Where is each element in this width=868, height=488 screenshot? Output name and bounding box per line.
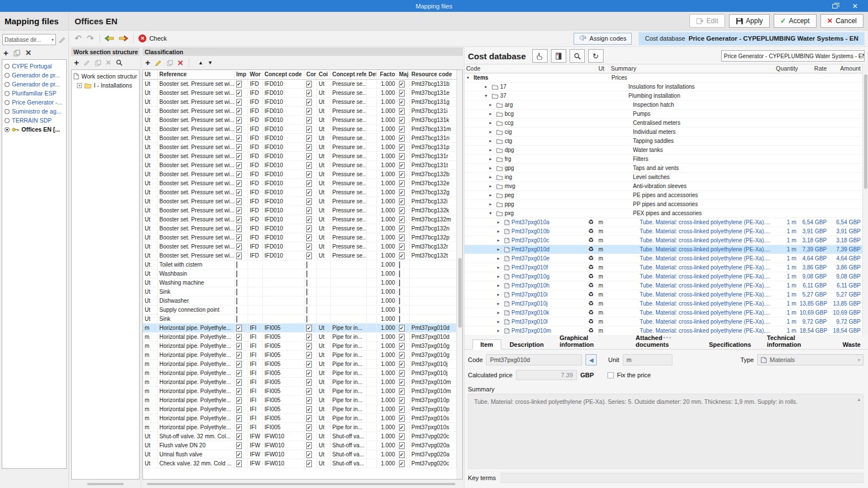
summary-text-area[interactable]: Tube. Material: cross-linked polyethylen… bbox=[468, 394, 863, 469]
checkbox[interactable]: ✓ bbox=[236, 234, 242, 241]
checkbox[interactable]: ✓ bbox=[236, 153, 242, 160]
tab-waste[interactable]: Waste bbox=[835, 340, 868, 349]
unit-field[interactable]: m bbox=[623, 354, 672, 365]
expand-icon[interactable]: ▸ bbox=[489, 164, 494, 172]
checkbox[interactable]: ✓ bbox=[306, 144, 312, 151]
checkbox[interactable]: ✓ bbox=[399, 388, 405, 395]
checkbox[interactable]: ✓ bbox=[236, 225, 242, 232]
expand-icon[interactable]: ▸ bbox=[489, 119, 494, 127]
checkbox[interactable]: ✓ bbox=[236, 180, 242, 187]
checkbox[interactable]: ✓ bbox=[236, 243, 242, 250]
classification-row[interactable]: UtBooster set. Pressure set wi...✓IFDIFD… bbox=[143, 170, 457, 179]
checkbox[interactable]: ✓ bbox=[399, 451, 405, 458]
classification-row[interactable]: UtBooster set. Pressure set wi...✓IFDIFD… bbox=[143, 251, 457, 260]
checkbox[interactable]: ✓ bbox=[306, 361, 312, 368]
expand-icon[interactable]: ▸ bbox=[497, 326, 502, 335]
checkbox[interactable]: ✓ bbox=[306, 108, 312, 115]
expand-icon[interactable]: ▸ bbox=[497, 218, 502, 226]
checkbox[interactable]: ✓ bbox=[399, 153, 405, 160]
cost-row[interactable]: ▾ItemsPrices bbox=[465, 73, 862, 82]
checkbox[interactable]: ✓ bbox=[236, 424, 242, 431]
cost-row[interactable]: ▸frgFilters bbox=[465, 155, 862, 164]
cost-row[interactable]: ▸Pmt37pxg010k♻mTube. Material: cross-lin… bbox=[465, 308, 862, 317]
mapping-file-item[interactable]: Plurifamiliar ESP bbox=[2, 89, 66, 98]
classification-row[interactable]: UtUrinal flush valve✓IFWIFW010✓UtShut-of… bbox=[143, 450, 457, 459]
classification-row[interactable]: mHorizontal pipe. Polyethyle...✓IFIIFI00… bbox=[143, 387, 457, 396]
checkbox[interactable]: ✓ bbox=[399, 370, 405, 377]
tab-description[interactable]: Description bbox=[502, 340, 552, 349]
checkbox[interactable]: ✓ bbox=[399, 108, 405, 115]
mapping-file-item[interactable]: Offices EN [... bbox=[2, 125, 66, 134]
checkbox[interactable] bbox=[399, 298, 400, 304]
cost-row[interactable]: ▸Pmt37pxg010g♻mTube. Material: cross-lin… bbox=[465, 272, 862, 281]
classification-vertical-scrollbar[interactable] bbox=[457, 70, 462, 479]
expand-icon[interactable]: ▸ bbox=[489, 137, 494, 145]
cost-row[interactable]: ▸dpgWater tanks bbox=[465, 146, 862, 155]
classification-row[interactable]: UtBooster set. Pressure set wi...✓IFDIFD… bbox=[143, 215, 457, 224]
cost-row[interactable]: ▸mvgAnti-vibration sleeves bbox=[465, 182, 862, 191]
expand-icon[interactable]: ▸ bbox=[489, 128, 494, 136]
classification-row[interactable]: UtBooster set. Pressure set wi...✓IFDIFD… bbox=[143, 179, 457, 188]
checkbox[interactable]: ✓ bbox=[236, 90, 242, 97]
checkbox[interactable]: ✓ bbox=[306, 126, 312, 133]
cost-row[interactable]: ▸Pmt37pxg010c♻mTube. Material: cross-lin… bbox=[465, 236, 862, 245]
expand-icon[interactable]: ▸ bbox=[497, 236, 502, 245]
edit-classification-button[interactable] bbox=[155, 59, 162, 67]
tree-item-installations[interactable]: + I - Installations bbox=[73, 81, 139, 90]
expand-icon[interactable]: ▸ bbox=[497, 263, 502, 272]
checkbox[interactable]: ✓ bbox=[236, 334, 242, 341]
checkbox[interactable]: ✓ bbox=[236, 460, 242, 467]
checkbox[interactable]: ✓ bbox=[399, 207, 405, 214]
checkbox[interactable]: ✓ bbox=[306, 189, 312, 196]
checkbox[interactable]: ✓ bbox=[306, 99, 312, 106]
classification-row[interactable]: UtBooster set. Pressure set wi...✓IFDIFD… bbox=[143, 161, 457, 170]
classification-row[interactable]: UtBooster set. Pressure set wi...✓IFDIFD… bbox=[143, 224, 457, 233]
apply-button[interactable]: Apply bbox=[729, 14, 770, 28]
cost-row[interactable]: ▸Pmt37pxg010a♻mTube. Material: cross-lin… bbox=[465, 218, 862, 227]
checkbox[interactable]: ✓ bbox=[306, 171, 312, 178]
cost-row[interactable]: ▸cigIndividual meters bbox=[465, 128, 862, 137]
expand-icon[interactable]: ▸ bbox=[497, 317, 502, 326]
checkbox[interactable]: ✓ bbox=[306, 252, 312, 259]
mapping-file-item[interactable]: TERRAIN SDP bbox=[2, 116, 66, 125]
checkbox[interactable]: ✓ bbox=[306, 117, 312, 124]
checkbox[interactable]: ✓ bbox=[236, 108, 242, 115]
accept-button[interactable]: ✓ Accept bbox=[774, 14, 817, 28]
checkbox[interactable]: ✓ bbox=[306, 460, 312, 467]
checkbox[interactable] bbox=[236, 262, 237, 268]
checkbox[interactable]: ✓ bbox=[399, 415, 405, 422]
checkbox[interactable]: ✓ bbox=[236, 126, 242, 133]
checkbox[interactable]: ✓ bbox=[236, 135, 242, 142]
classification-row[interactable]: UtToilet with cistern1.000 bbox=[143, 260, 457, 269]
expand-icon[interactable]: ▸ bbox=[489, 110, 494, 118]
move-down-icon[interactable]: ▼ bbox=[208, 60, 213, 66]
checkbox[interactable]: ✓ bbox=[236, 162, 242, 169]
expand-icon[interactable]: ▸ bbox=[489, 182, 494, 190]
copy-classification-button[interactable] bbox=[167, 60, 173, 66]
classification-row[interactable]: mHorizontal pipe. Polyethyle...✓IFIIFI00… bbox=[143, 378, 457, 387]
radio-button[interactable] bbox=[5, 91, 10, 96]
checkbox[interactable]: ✓ bbox=[399, 81, 405, 88]
radio-button[interactable] bbox=[5, 118, 10, 123]
radio-button[interactable] bbox=[5, 100, 10, 105]
expand-icon[interactable]: ▸ bbox=[497, 290, 502, 299]
checkbox[interactable]: ✓ bbox=[236, 397, 242, 404]
radio-button[interactable] bbox=[5, 64, 10, 69]
classification-row[interactable]: mHorizontal pipe. Polyethyle...✓IFIIFI00… bbox=[143, 324, 457, 333]
checkbox[interactable]: ✓ bbox=[236, 117, 242, 124]
assign-codes-button[interactable]: Assign codes bbox=[574, 33, 632, 45]
classification-row[interactable]: mHorizontal pipe. Polyethyle...✓IFIIFI00… bbox=[143, 351, 457, 360]
checkbox[interactable]: ✓ bbox=[399, 90, 405, 97]
checkbox[interactable]: ✓ bbox=[399, 117, 405, 124]
cost-row[interactable]: ▸Pmt37pxg010f♻mTube. Material: cross-lin… bbox=[465, 263, 862, 272]
cost-row[interactable]: ▸Pmt37pxg010h♻mTube. Material: cross-lin… bbox=[465, 281, 862, 290]
classification-row[interactable]: mHorizontal pipe. Polyethyle...✓IFIIFI00… bbox=[143, 342, 457, 351]
cost-vertical-scrollbar[interactable] bbox=[862, 64, 868, 336]
edit-pencil-icon[interactable] bbox=[59, 36, 66, 43]
classification-row[interactable]: UtBooster set. Pressure set wi...✓IFDIFD… bbox=[143, 107, 457, 116]
classification-row[interactable]: UtWashbasin1.000 bbox=[143, 269, 457, 278]
work-section-root[interactable]: Work section structur bbox=[73, 72, 139, 81]
key-terms-input[interactable] bbox=[501, 473, 863, 483]
cost-row[interactable]: ▸ctgTapping saddles bbox=[465, 137, 862, 146]
checkbox[interactable] bbox=[236, 280, 237, 286]
